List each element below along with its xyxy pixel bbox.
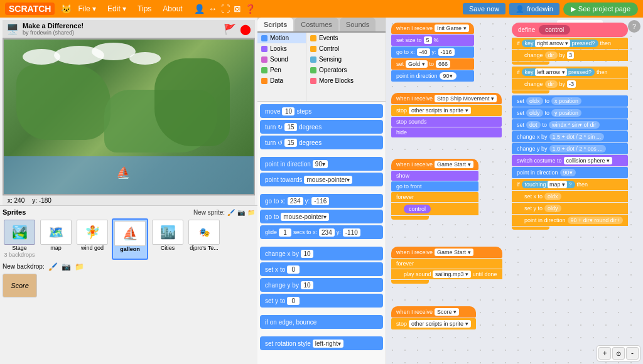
block-switch-costume[interactable]: switch costume to collision sphere ▾ [512, 155, 628, 166]
block-play-sound[interactable]: play sound sailing.mp3 ▾ until done [391, 269, 502, 279]
block-if-left[interactable]: if key left arrow ▾ pressed? then [512, 67, 628, 78]
camera-icon[interactable]: 📷 [237, 209, 245, 216]
block-set-size[interactable]: set size to 5 % [391, 35, 474, 46]
menu-tips[interactable]: Tips [132, 3, 156, 14]
sprite-galleon[interactable]: ⛵ galleon [112, 218, 148, 260]
green-flag-button[interactable]: 🚩 [224, 23, 236, 35]
sprite-windgod[interactable]: 🧚 wind god [75, 218, 109, 260]
block-rotation-style[interactable]: set rotation style left-right▾ [260, 336, 383, 350]
block-if-touching[interactable]: if touching map ▾ ? then [512, 179, 628, 190]
block-set-y-oldy[interactable]: set y to oldy [512, 203, 628, 214]
menu-file[interactable]: File ▾ [73, 3, 101, 14]
user-button[interactable]: 👤 frodewin [509, 3, 559, 15]
block-go-to-front[interactable]: go to front [391, 181, 478, 191]
block-point-direction[interactable]: point in direction 90▾ [260, 157, 383, 171]
block-change-dir-right[interactable]: change dir by 3 [512, 50, 628, 61]
block-turn-ccw[interactable]: turn ↺ 15 degrees [260, 136, 383, 149]
block-goto[interactable]: go to mouse-pointer▾ [260, 210, 383, 223]
block-change-y[interactable]: change y by 10 [260, 278, 383, 292]
block-define[interactable]: define control [512, 23, 628, 37]
block-when-game-start-2[interactable]: when I receive Game Start ▾ [391, 247, 502, 258]
sprite-map[interactable]: 🗺️ map [39, 218, 73, 260]
block-set-gold[interactable]: set Gold ▾ to 666 [391, 58, 474, 70]
cat-control[interactable]: Control [306, 43, 386, 54]
score-box[interactable]: Score [3, 274, 37, 297]
stage-canvas: ⛵ [3, 38, 255, 195]
block-set-dot[interactable]: set dot to windx * sin▾ of dir [512, 119, 628, 131]
tab-sounds[interactable]: Sounds [340, 18, 376, 31]
tab-costumes[interactable]: Costumes [294, 18, 338, 31]
script-stop-ship: when I receive Stop Ship Movement ▾ stop… [391, 93, 502, 137]
sprite-cities[interactable]: 🏙️ Cities [151, 218, 185, 260]
block-stop-other[interactable]: stop other scripts in sprite ▾ [391, 105, 502, 116]
cat-sensing[interactable]: Sensing [306, 54, 386, 65]
block-show[interactable]: show [391, 171, 478, 181]
block-set-y[interactable]: set y to 0 [260, 294, 383, 308]
cat-looks[interactable]: Looks [257, 43, 306, 54]
block-if-right[interactable]: if key right arrow ▾ pressed? then [512, 38, 628, 49]
block-glide[interactable]: glide 1 secs to x: 234 y: -110 [260, 225, 383, 239]
zoom-reset-button[interactable]: ⊙ [612, 347, 625, 360]
script-game-start: when I receive Game Start ▾ show go to f… [391, 159, 478, 220]
cat-operators[interactable]: Operators [306, 65, 386, 75]
camera-backdrop-icon[interactable]: 📷 [62, 262, 71, 271]
top-icons-area: Save now 👤 frodewin ▶ See project page [463, 3, 638, 16]
block-point-dir-90[interactable]: point in direction 90▾ [512, 167, 628, 178]
block-set-oldx[interactable]: set oldx to x position [512, 95, 628, 107]
left-panel: 🖥️ Make a Difference! by frodewin (share… [0, 18, 257, 364]
help-button[interactable]: ? [628, 20, 640, 33]
sprite-stage[interactable]: 🏞️ Stage3 backdrops [3, 218, 36, 260]
cat-pen[interactable]: Pen [257, 65, 306, 75]
block-stop-sounds[interactable]: stop sounds [391, 117, 502, 127]
block-point-towards[interactable]: point towards mouse-pointer▾ [260, 173, 383, 186]
block-change-x-dot[interactable]: change x by 1.5 + dot / 2 * sin ... [512, 131, 628, 142]
zoom-controls: + ⊙ - [597, 345, 640, 361]
script-game-start-sound: when I receive Game Start ▾ forever play… [391, 247, 502, 284]
cat-sound[interactable]: Sound [257, 54, 306, 65]
folder-icon[interactable]: 📁 [247, 209, 255, 216]
block-point-dir-init[interactable]: point in direction 90▾ [391, 70, 474, 82]
block-change-dir-left[interactable]: change dir by -3 [512, 78, 628, 90]
icon-expand: ⛶ [221, 4, 230, 14]
folder-backdrop-icon[interactable]: 📁 [75, 262, 84, 271]
block-when-game-start[interactable]: when I receive Game Start ▾ [391, 159, 478, 170]
block-set-oldy[interactable]: set oldy to y position [512, 107, 628, 119]
cat-data[interactable]: Data [257, 75, 306, 86]
zoom-out-button[interactable]: - [626, 347, 639, 360]
cat-events[interactable]: Events [306, 33, 386, 43]
block-forever-1[interactable]: forever [391, 192, 478, 202]
block-set-x[interactable]: set x to 0 [260, 262, 383, 276]
block-change-x[interactable]: change x by 10 [260, 247, 383, 260]
stop-button[interactable]: ⬤ [240, 23, 251, 35]
block-when-stop-ship[interactable]: when I receive Stop Ship Movement ▾ [391, 93, 502, 104]
scratch-logo[interactable]: SCRATCH [5, 3, 55, 15]
block-hide[interactable]: hide [391, 127, 502, 137]
new-backdrop-label: New backdrop: [3, 263, 45, 270]
block-set-x-oldx[interactable]: set x to oldx [512, 191, 628, 202]
block-forever-2[interactable]: forever [391, 259, 502, 269]
block-change-y-dot[interactable]: change y by 1.0 + dot / 2 * cos ... [512, 143, 628, 154]
save-now-button[interactable]: Save now [463, 3, 505, 14]
block-forever-inner-1[interactable]: control [391, 203, 478, 215]
arrow-icon: ▶ [571, 5, 576, 13]
block-point-dir-round[interactable]: point in direction 90 + dir▾ round dir+ [512, 215, 628, 226]
cat-motion[interactable]: Motion [257, 33, 306, 43]
block-goto-xy[interactable]: go to x: 234 y: -116 [260, 194, 383, 208]
paint-icon[interactable]: 🖌️ [227, 209, 235, 216]
icon-question: ❓ [245, 4, 256, 14]
block-move[interactable]: move 10 steps [260, 104, 383, 118]
block-when-score[interactable]: when I receive Score ▾ [391, 306, 476, 318]
zoom-in-button[interactable]: + [598, 347, 611, 360]
sprite-djpro[interactable]: 🎭 djpro's Te... [187, 218, 221, 260]
cat-more-blocks[interactable]: More Blocks [306, 75, 386, 86]
menu-edit[interactable]: Edit ▾ [102, 3, 131, 14]
paint-backdrop-icon[interactable]: 🖌️ [48, 262, 58, 271]
tab-scripts[interactable]: Scripts [257, 18, 293, 31]
see-project-button[interactable]: ▶ See project page [563, 3, 638, 16]
menu-about[interactable]: About [158, 3, 187, 14]
block-goto-xy-init[interactable]: go to x: -40 y: -116 [391, 46, 474, 58]
block-when-receive-init[interactable]: when I receive Init Game ▾ [391, 23, 474, 34]
block-turn-cw[interactable]: turn ↻ 15 degrees [260, 120, 383, 134]
block-edge-bounce[interactable]: if on edge, bounce [260, 315, 383, 329]
block-stop-other-score[interactable]: stop other scripts in sprite ▾ [391, 318, 476, 329]
